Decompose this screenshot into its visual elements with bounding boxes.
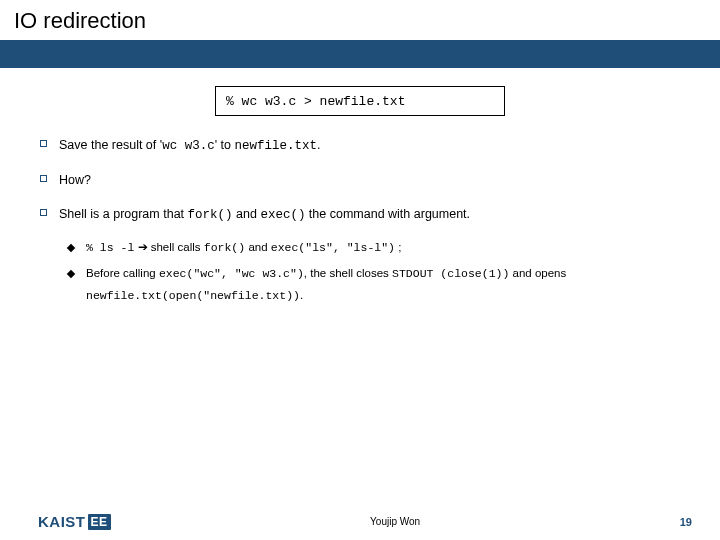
text-fragment: . (317, 138, 320, 152)
sub-bullet-2-text: Before calling exec("wc", "wc w3.c"), th… (86, 263, 680, 307)
footer-author: Youjip Won (370, 516, 420, 527)
text-fragment: . (300, 289, 303, 301)
bullet-3: Shell is a program that fork() and exec(… (40, 203, 680, 228)
text-fragment: and opens (509, 267, 566, 279)
text-fragment: shell calls (151, 241, 204, 253)
bullet-3-text: Shell is a program that fork() and exec(… (59, 203, 470, 228)
footer: KAIST EE Youjip Won 19 (0, 513, 720, 530)
code-fragment: newfile.txt(open("newfile.txt)) (86, 289, 300, 302)
diamond-bullet-icon (67, 244, 75, 252)
bullet-2: How? (40, 169, 680, 193)
text-fragment: and (245, 241, 271, 253)
logo-ee: EE (88, 514, 111, 530)
kaist-logo: KAIST EE (38, 513, 111, 530)
text-fragment: the command with argument. (305, 207, 470, 221)
code-fragment: exec("wc", "wc w3.c") (159, 267, 304, 280)
sub-bullet-1: % ls -l ➔ shell calls fork() and exec("l… (68, 237, 680, 259)
page-number: 19 (680, 516, 692, 528)
code-fragment: exec("ls", "ls-l") (271, 241, 395, 254)
code-fragment: exec() (260, 208, 305, 222)
content-area: Save the result of 'wc w3.c' to newfile.… (0, 116, 720, 307)
text-fragment: , the shell closes (304, 267, 392, 279)
text-fragment: and (233, 207, 261, 221)
code-fragment: newfile.txt (234, 139, 317, 153)
command-box: % wc w3.c > newfile.txt (215, 86, 505, 116)
bullet-1: Save the result of 'wc w3.c' to newfile.… (40, 134, 680, 159)
square-bullet-icon (40, 140, 47, 147)
slide-title: IO redirection (14, 8, 706, 34)
sub-bullet-1-text: % ls -l ➔ shell calls fork() and exec("l… (86, 237, 401, 259)
code-fragment: % ls -l (86, 241, 134, 254)
diamond-bullet-icon (67, 270, 75, 278)
text-fragment: ' to (215, 138, 235, 152)
code-fragment: fork() (204, 241, 245, 254)
text-fragment: ; (395, 241, 401, 253)
bullet-1-text: Save the result of 'wc w3.c' to newfile.… (59, 134, 320, 159)
code-fragment: wc w3.c (162, 139, 215, 153)
square-bullet-icon (40, 209, 47, 216)
square-bullet-icon (40, 175, 47, 182)
sub-bullet-2: Before calling exec("wc", "wc w3.c"), th… (68, 263, 680, 307)
logo-main: KAIST (38, 513, 86, 530)
command-text: % wc w3.c > newfile.txt (226, 94, 405, 109)
text-fragment: Before calling (86, 267, 159, 279)
text-fragment: Save the result of ' (59, 138, 162, 152)
title-bar: IO redirection (0, 0, 720, 40)
title-underline (0, 40, 720, 68)
code-fragment: STDOUT (close(1)) (392, 267, 509, 280)
arrow-icon: ➔ (134, 241, 150, 253)
text-fragment: Shell is a program that (59, 207, 188, 221)
bullet-2-text: How? (59, 169, 91, 193)
code-fragment: fork() (188, 208, 233, 222)
